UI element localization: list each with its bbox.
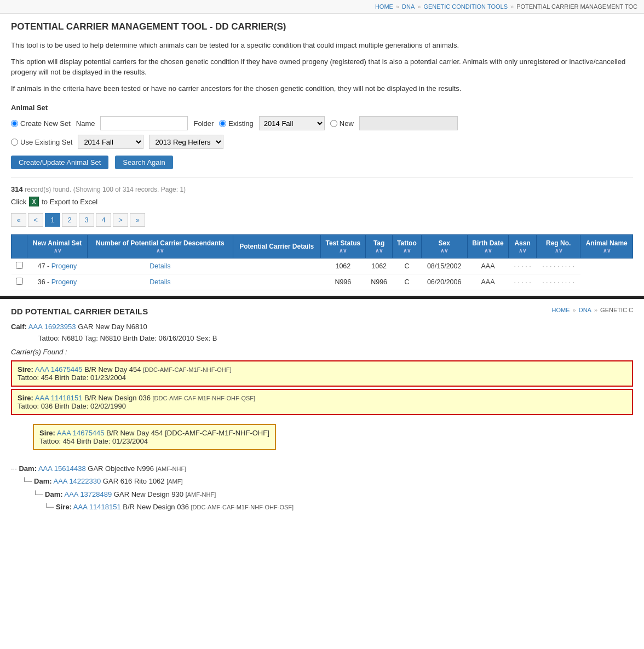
existing-set-select-2[interactable]: 2013 Reg Heifers — [149, 135, 223, 149]
row-birth-date-0: 08/15/2002 — [421, 259, 467, 274]
row-tag-1: N996 — [320, 274, 365, 290]
record-count: 314 — [11, 185, 23, 193]
inner-carrier-id[interactable]: AAA 14675445 — [57, 429, 105, 437]
page-2-btn[interactable]: 2 — [62, 213, 77, 227]
sort-arrows-5[interactable]: ∧∨ — [396, 248, 417, 254]
use-existing-set-label[interactable]: Use Existing Set — [11, 138, 72, 146]
existing-radio[interactable] — [219, 120, 226, 127]
page-section-1: POTENTIAL CARRIER MANAGEMENT TOOL - DD C… — [0, 14, 644, 296]
existing-radio-label[interactable]: Existing — [219, 119, 254, 128]
records-showing: (Showing 100 of 314 records. Page: 1) — [73, 186, 186, 193]
new-folder-name-input[interactable] — [359, 116, 458, 130]
nav-sep-2: » — [417, 3, 421, 10]
nav-home[interactable]: HOME — [375, 3, 393, 10]
carrier-1-role: Sire: — [18, 365, 33, 374]
calf-label: Calf: — [11, 323, 27, 331]
ancestry-0-codes: [AMF-NHF] — [156, 466, 187, 472]
th-new-animal-set: New Animal Set ∧∨ — [27, 235, 88, 259]
details-section: DD POTENTIAL CARRIER DETAILS HOME » DNA … — [0, 299, 644, 521]
sort-arrows-6[interactable]: ∧∨ — [425, 248, 464, 254]
search-again-button[interactable]: Search Again — [115, 156, 173, 169]
row-checkbox-0[interactable] — [12, 259, 27, 274]
existing-set-select-1[interactable]: 2014 Fall — [78, 135, 143, 149]
page-next-btn[interactable]: > — [113, 213, 128, 227]
carrier-1-id[interactable]: AAA 14675445 — [35, 365, 83, 374]
page-4-btn[interactable]: 4 — [96, 213, 111, 227]
sort-arrows-9[interactable]: ∧∨ — [540, 248, 577, 254]
details-nav-home[interactable]: HOME — [552, 307, 570, 313]
existing-set-row: Use Existing Set 2014 Fall 2013 Reg Heif… — [11, 135, 633, 149]
page-first-btn[interactable]: « — [11, 213, 26, 227]
ancestry-2: └─ Dam: AAA 13728489 GAR New Design 930 … — [33, 488, 633, 501]
th-checkbox — [12, 235, 27, 259]
sort-arrows-1[interactable]: ∧∨ — [91, 248, 229, 254]
th-assn: Assn ∧∨ — [509, 235, 537, 259]
ancestry-0-id[interactable]: AAA 15614438 — [38, 464, 86, 473]
nav-genetic-condition[interactable]: GENETIC CONDITION TOOLS — [423, 3, 508, 10]
carrier-box-1: Sire: AAA 14675445 B/R New Day 454 [DDC-… — [11, 360, 633, 387]
new-radio-label[interactable]: New — [330, 119, 354, 128]
create-update-button[interactable]: Create/Update Animal Set — [11, 156, 108, 169]
row-checkbox-1[interactable] — [12, 274, 27, 290]
new-radio[interactable] — [330, 120, 337, 127]
calf-name: GAR New Day N6810 — [78, 323, 147, 331]
sort-arrows-3[interactable]: ∧∨ — [324, 248, 362, 254]
row-tattoo-1: N996 — [366, 274, 393, 290]
carrier-1-name: B/R New Day 454 — [84, 365, 141, 374]
description: This tool is to be used to help determin… — [11, 40, 633, 94]
sort-arrows-4[interactable]: ∧∨ — [369, 248, 389, 254]
inner-carrier-role: Sire: — [39, 429, 55, 437]
existing-folder-select[interactable]: 2014 Fall — [259, 116, 325, 130]
row-reg-no-1: · · · · · — [509, 274, 537, 290]
page-last-btn[interactable]: » — [130, 213, 145, 227]
carrier-2-tattoo: Tattoo: 036 Birth Date: 02/02/1990 — [18, 402, 626, 410]
carrier-1-codes: [DDC-AMF-CAF-M1F-NHF-OHF] — [143, 366, 231, 373]
ancestry-1: └─ Dam: AAA 14222330 GAR 616 Rito 1062 [… — [22, 475, 633, 487]
carrier-2-id[interactable]: AAA 11418151 — [35, 394, 83, 402]
export-suffix: to Export to Excel — [42, 198, 97, 206]
create-new-set-radio[interactable] — [11, 120, 18, 127]
ancestry-1-id[interactable]: AAA 14222330 — [53, 477, 101, 485]
th-potential-carrier-desc: Number of Potential Carrier Descendants … — [88, 235, 233, 259]
sort-arrows-7[interactable]: ∧∨ — [471, 248, 505, 254]
sort-arrows-0[interactable]: ∧∨ — [31, 248, 84, 254]
carrier-2-codes: [DDC-AMF-CAF-M1F-NHF-OHF-QSF] — [152, 395, 255, 401]
set-name-input[interactable] — [100, 116, 188, 130]
sort-arrows-8[interactable]: ∧∨ — [512, 248, 533, 254]
nav-sep-3: » — [510, 3, 514, 10]
ancestry-2-id[interactable]: AAA 13728489 — [64, 490, 112, 498]
row-descendants-1: 36 - Progeny — [27, 274, 88, 290]
row-assn-0: AAA — [467, 259, 508, 274]
inner-carrier-tattoo: Tattoo: 454 Birth Date: 01/23/2004 — [39, 437, 269, 445]
inner-carrier-box: Sire: AAA 14675445 B/R New Day 454 [DDC-… — [33, 424, 276, 450]
nav-current: POTENTIAL CARRIER MANAGEMENT TOC — [516, 3, 637, 10]
ancestry-0: ··· Dam: AAA 15614438 GAR Objective N996… — [11, 462, 633, 475]
row-progeny-link-1[interactable]: Progeny — [51, 278, 77, 286]
page-3-btn[interactable]: 3 — [79, 213, 94, 227]
create-new-set-label[interactable]: Create New Set — [11, 119, 71, 128]
ancestry-3-id[interactable]: AAA 11418151 — [73, 503, 121, 511]
ancestry-2-name: GAR New Design 930 — [114, 490, 183, 498]
carrier-2-role: Sire: — [18, 394, 33, 402]
row-details-link-0[interactable]: Details — [150, 262, 170, 270]
excel-icon[interactable]: X — [29, 197, 39, 206]
th-test-status: Test Status ∧∨ — [320, 235, 365, 259]
th-sex: Sex ∧∨ — [421, 235, 467, 259]
page-1-btn[interactable]: 1 — [45, 213, 60, 227]
row-progeny-link-0[interactable]: Progeny — [51, 262, 77, 270]
name-label: Name — [76, 119, 95, 128]
row-details-link-1[interactable]: Details — [150, 278, 170, 286]
th-tag: Tag ∧∨ — [366, 235, 393, 259]
table-row: 47 - Progeny Details 1062 1062 C 08/15/2… — [12, 259, 633, 274]
export-row: Click X to Export to Excel — [11, 197, 633, 206]
page-title: POTENTIAL CARRIER MANAGEMENT TOOL - DD C… — [11, 21, 286, 32]
use-existing-set-radio[interactable] — [11, 139, 18, 146]
sort-arrows-10[interactable]: ∧∨ — [584, 248, 629, 254]
page-prev-btn[interactable]: < — [28, 213, 43, 227]
details-nav-dna[interactable]: DNA — [579, 307, 591, 313]
nav-dna[interactable]: DNA — [402, 3, 415, 10]
calf-id-link[interactable]: AAA 16923953 — [28, 323, 76, 331]
data-table: New Animal Set ∧∨ Number of Potential Ca… — [11, 234, 633, 290]
th-carrier-details: Potential Carrier Details — [233, 235, 320, 259]
carrier-1-tattoo: Tattoo: 454 Birth Date: 01/23/2004 — [18, 374, 626, 382]
